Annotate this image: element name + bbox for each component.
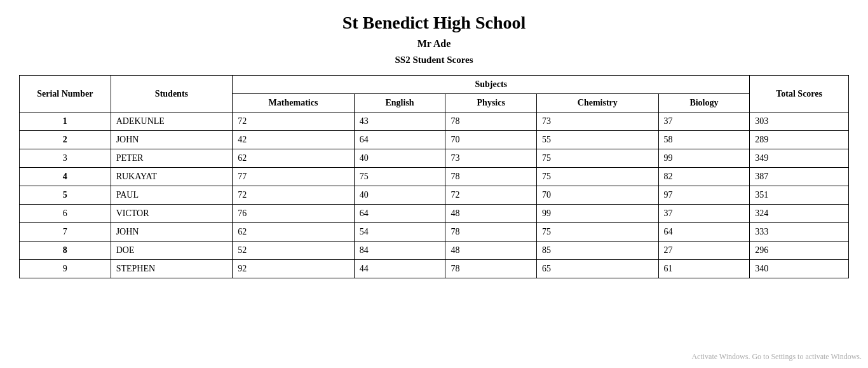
- col-math-header: Mathematics: [233, 94, 355, 112]
- school-title: St Benedict High School: [19, 13, 849, 33]
- cell-student: JOHN: [111, 131, 233, 149]
- cell-student: RUKAYAT: [111, 168, 233, 186]
- cell-chemistry: 75: [537, 168, 659, 186]
- cell-biology: 82: [658, 168, 750, 186]
- cell-serial: 6: [20, 205, 111, 223]
- cell-math: 72: [233, 186, 355, 205]
- cell-biology: 37: [658, 112, 750, 131]
- cell-physics: 78: [445, 260, 537, 278]
- cell-math: 92: [233, 260, 355, 278]
- cell-physics: 78: [445, 168, 537, 186]
- cell-student: ADEKUNLE: [111, 112, 233, 131]
- cell-total: 333: [750, 223, 849, 242]
- cell-biology: 64: [658, 223, 750, 242]
- col-total-header: Total Scores: [750, 76, 849, 112]
- cell-student: PAUL: [111, 186, 233, 205]
- cell-serial: 9: [20, 260, 111, 278]
- teacher-name: Mr Ade: [19, 38, 849, 50]
- cell-math: 52: [233, 242, 355, 260]
- watermark: Activate Windows. Go to Settings to acti…: [691, 352, 862, 362]
- cell-serial: 8: [20, 242, 111, 260]
- cell-english: 44: [354, 260, 445, 278]
- cell-serial: 4: [20, 168, 111, 186]
- cell-physics: 78: [445, 112, 537, 131]
- cell-physics: 73: [445, 149, 537, 168]
- score-table: Serial Number Students Subjects Total Sc…: [19, 75, 849, 278]
- table-row: 8DOE5284488527296: [20, 242, 849, 260]
- cell-chemistry: 75: [537, 149, 659, 168]
- cell-serial: 3: [20, 149, 111, 168]
- cell-total: 296: [750, 242, 849, 260]
- cell-biology: 58: [658, 131, 750, 149]
- cell-math: 62: [233, 223, 355, 242]
- cell-student: STEPHEN: [111, 260, 233, 278]
- cell-chemistry: 70: [537, 186, 659, 205]
- cell-math: 72: [233, 112, 355, 131]
- cell-physics: 78: [445, 223, 537, 242]
- col-chemistry-header: Chemistry: [537, 94, 659, 112]
- cell-english: 43: [354, 112, 445, 131]
- cell-math: 62: [233, 149, 355, 168]
- cell-total: 349: [750, 149, 849, 168]
- cell-student: DOE: [111, 242, 233, 260]
- cell-serial: 5: [20, 186, 111, 205]
- col-students-header: Students: [111, 76, 233, 112]
- table-row: 3PETER6240737599349: [20, 149, 849, 168]
- cell-chemistry: 73: [537, 112, 659, 131]
- table-row: 1ADEKUNLE7243787337303: [20, 112, 849, 131]
- table-row: 2JOHN4264705558289: [20, 131, 849, 149]
- cell-total: 351: [750, 186, 849, 205]
- col-english-header: English: [354, 94, 445, 112]
- cell-math: 77: [233, 168, 355, 186]
- cell-chemistry: 99: [537, 205, 659, 223]
- cell-physics: 48: [445, 205, 537, 223]
- cell-english: 54: [354, 223, 445, 242]
- col-serial-header: Serial Number: [20, 76, 111, 112]
- cell-physics: 48: [445, 242, 537, 260]
- cell-english: 40: [354, 186, 445, 205]
- cell-english: 84: [354, 242, 445, 260]
- table-row: 9STEPHEN9244786561340: [20, 260, 849, 278]
- cell-biology: 97: [658, 186, 750, 205]
- col-physics-header: Physics: [445, 94, 537, 112]
- cell-chemistry: 55: [537, 131, 659, 149]
- report-title: SS2 Student Scores: [19, 55, 849, 65]
- cell-chemistry: 65: [537, 260, 659, 278]
- cell-chemistry: 75: [537, 223, 659, 242]
- cell-student: VICTOR: [111, 205, 233, 223]
- cell-biology: 99: [658, 149, 750, 168]
- cell-biology: 37: [658, 205, 750, 223]
- cell-english: 40: [354, 149, 445, 168]
- cell-english: 64: [354, 131, 445, 149]
- cell-math: 76: [233, 205, 355, 223]
- cell-biology: 27: [658, 242, 750, 260]
- table-row: 4RUKAYAT7775787582387: [20, 168, 849, 186]
- cell-total: 324: [750, 205, 849, 223]
- table-row: 6VICTOR7664489937324: [20, 205, 849, 223]
- col-biology-header: Biology: [658, 94, 750, 112]
- cell-serial: 1: [20, 112, 111, 131]
- cell-total: 340: [750, 260, 849, 278]
- cell-chemistry: 85: [537, 242, 659, 260]
- cell-student: PETER: [111, 149, 233, 168]
- cell-english: 75: [354, 168, 445, 186]
- cell-student: JOHN: [111, 223, 233, 242]
- cell-physics: 70: [445, 131, 537, 149]
- cell-math: 42: [233, 131, 355, 149]
- cell-total: 289: [750, 131, 849, 149]
- cell-english: 64: [354, 205, 445, 223]
- col-subjects-header: Subjects: [233, 76, 750, 94]
- cell-physics: 72: [445, 186, 537, 205]
- cell-serial: 2: [20, 131, 111, 149]
- cell-total: 387: [750, 168, 849, 186]
- cell-biology: 61: [658, 260, 750, 278]
- cell-serial: 7: [20, 223, 111, 242]
- table-row: 5PAUL7240727097351: [20, 186, 849, 205]
- cell-total: 303: [750, 112, 849, 131]
- table-row: 7JOHN6254787564333: [20, 223, 849, 242]
